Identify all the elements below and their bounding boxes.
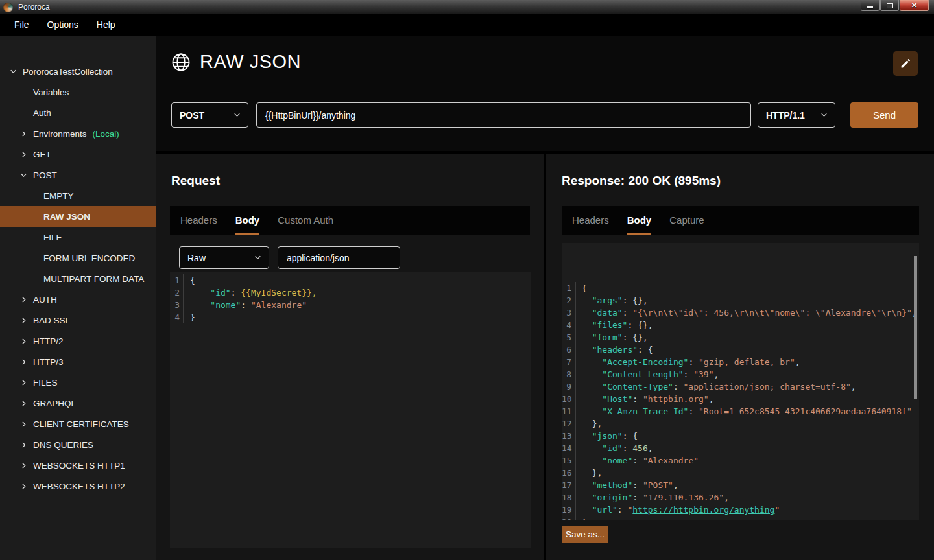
tab-capture[interactable]: Capture [669, 206, 704, 235]
sidebar-item-raw-json[interactable]: RAW JSON [0, 206, 156, 227]
maximize-button[interactable] [880, 0, 899, 11]
line-number: 7 [562, 356, 576, 368]
http-version-select[interactable]: HTTP/1.1 [758, 102, 835, 128]
sidebar-item-label: Auth [33, 108, 51, 118]
sidebar-item-http-2[interactable]: HTTP/2 [0, 331, 156, 351]
response-body-editor[interactable]: 1{2 "args": {},3 "data": "{\r\n\t\"id\":… [562, 243, 919, 520]
request-panel: Request HeadersBodyCustom Auth Raw 1{2 "… [156, 154, 544, 560]
line-number: 2 [562, 294, 576, 307]
chevron-right-icon [19, 130, 29, 138]
code-text: "method": "POST", [582, 479, 678, 491]
code-text: "Content-Type": "application/json; chars… [582, 380, 856, 393]
request-body-editor[interactable]: 1{2 "id": {{MyIdSecret}},3 "nome": "Alex… [170, 272, 531, 548]
code-line: 8 "Content-Length": "39", [562, 368, 919, 380]
code-text: } [190, 311, 195, 323]
scrollbar-thumb[interactable] [914, 256, 917, 399]
code-text: { [190, 274, 195, 286]
sidebar-item-variables[interactable]: Variables [0, 82, 156, 102]
edit-request-button[interactable] [893, 51, 918, 76]
code-line: 6 "headers": { [562, 344, 919, 356]
code-text: "Accept-Encoding": "gzip, deflate, br", [582, 356, 800, 368]
request-tabs: HeadersBodyCustom Auth [170, 206, 530, 235]
code-line: 3 "nome": "Alexandre" [170, 299, 531, 311]
sidebar-item-http-3[interactable]: HTTP/3 [0, 351, 156, 372]
content-type-input[interactable] [278, 246, 400, 269]
line-number: 15 [562, 454, 576, 467]
code-line: 16 }, [562, 467, 919, 479]
sidebar-item-websockets-http2[interactable]: WEBSOCKETS HTTP2 [0, 476, 156, 496]
line-number: 10 [562, 393, 576, 405]
close-icon: ✕ [911, 1, 917, 10]
response-url-link[interactable]: https://httpbin.org/anything [632, 505, 774, 515]
code-line: 14 "id": 456, [562, 442, 919, 454]
code-line: 15 "nome": "Alexandre" [562, 454, 919, 467]
line-number: 19 [562, 504, 576, 516]
window-controls: ✕ [861, 0, 929, 11]
tab-body[interactable]: Body [235, 206, 260, 235]
url-input[interactable] [256, 102, 751, 128]
close-button[interactable]: ✕ [900, 0, 929, 11]
sidebar-item-label: HTTP/3 [33, 357, 64, 367]
sidebar-item-dns-queries[interactable]: DNS QUERIES [0, 434, 156, 455]
sidebar-item-file[interactable]: FILE [0, 227, 156, 248]
line-number: 3 [562, 307, 576, 319]
code-text: "json": { [582, 430, 638, 442]
line-number: 1 [170, 274, 184, 286]
code-line: 1{ [562, 282, 919, 294]
chevron-right-icon [19, 337, 29, 345]
code-text: "data": "{\r\n\t\"id\": 456,\r\n\t\"nome… [582, 307, 917, 319]
chevron-right-icon [19, 461, 29, 470]
line-number: 13 [562, 430, 576, 442]
line-number: 6 [562, 344, 576, 356]
line-number: 12 [562, 417, 576, 430]
code-line: 17 "method": "POST", [562, 479, 919, 491]
code-text: }, [582, 467, 602, 479]
app-window: Pororoca ✕ FileOptionsHelp PororocaTestC… [0, 0, 934, 560]
sidebar-item-get[interactable]: GET [0, 144, 156, 165]
line-number: 11 [562, 405, 576, 417]
sidebar-item-label: WEBSOCKETS HTTP2 [33, 482, 125, 491]
line-number: 9 [562, 380, 576, 393]
sidebar-item-multipart-form-data[interactable]: MULTIPART FORM DATA [0, 268, 156, 289]
sidebar-item-client-certificates[interactable]: CLIENT CERTIFICATES [0, 414, 156, 434]
response-panel: Response: 200 OK (895ms) HeadersBodyCapt… [546, 154, 934, 560]
body-mode-value: Raw [187, 253, 206, 263]
sidebar-item-form-url-encoded[interactable]: FORM URL ENCODED [0, 248, 156, 268]
sidebar-item-files[interactable]: FILES [0, 372, 156, 393]
title-bar[interactable]: Pororoca ✕ [0, 0, 934, 14]
line-number: 4 [562, 319, 576, 331]
sidebar-item-websockets-http1[interactable]: WEBSOCKETS HTTP1 [0, 455, 156, 476]
save-as-button[interactable]: Save as... [562, 526, 608, 543]
tab-body[interactable]: Body [627, 206, 652, 235]
body-mode-select[interactable]: Raw [179, 246, 269, 269]
sidebar-item-environments[interactable]: Environments(Local) [0, 123, 156, 144]
sidebar-item-label: Environments [33, 129, 87, 139]
tab-headers[interactable]: Headers [572, 206, 609, 235]
code-line: 10 "Host": "httpbin.org", [562, 393, 919, 405]
code-text: "Host": "httpbin.org", [582, 393, 714, 405]
sidebar-item-empty[interactable]: EMPTY [0, 185, 156, 206]
chevron-right-icon [19, 441, 29, 449]
sidebar-item-post[interactable]: POST [0, 165, 156, 185]
chevron-down-icon [233, 111, 241, 119]
tab-headers[interactable]: Headers [180, 206, 217, 235]
menu-file[interactable]: File [5, 14, 38, 36]
sidebar-item-label: CLIENT CERTIFICATES [33, 419, 129, 429]
minimize-button[interactable] [861, 0, 880, 11]
sidebar-item-auth[interactable]: Auth [0, 102, 156, 123]
code-line: 9 "Content-Type": "application/json; cha… [562, 380, 919, 393]
code-text: "files": {}, [582, 319, 653, 331]
sidebar: PororocaTestCollectionVariablesAuthEnvir… [0, 36, 156, 560]
sidebar-item-bad-ssl[interactable]: BAD SSL [0, 310, 156, 331]
menu-help[interactable]: Help [88, 14, 125, 36]
tab-custom-auth[interactable]: Custom Auth [278, 206, 333, 235]
chevron-right-icon [19, 420, 29, 428]
chevron-right-icon [19, 358, 29, 366]
sidebar-item-label: Variables [33, 88, 69, 97]
sidebar-item-graphql[interactable]: GRAPHQL [0, 393, 156, 414]
method-select[interactable]: POST [171, 102, 248, 128]
send-button[interactable]: Send [850, 102, 918, 128]
menu-options[interactable]: Options [38, 14, 88, 36]
sidebar-item-auth[interactable]: AUTH [0, 289, 156, 310]
sidebar-item-pororocatestcollection[interactable]: PororocaTestCollection [0, 61, 156, 82]
